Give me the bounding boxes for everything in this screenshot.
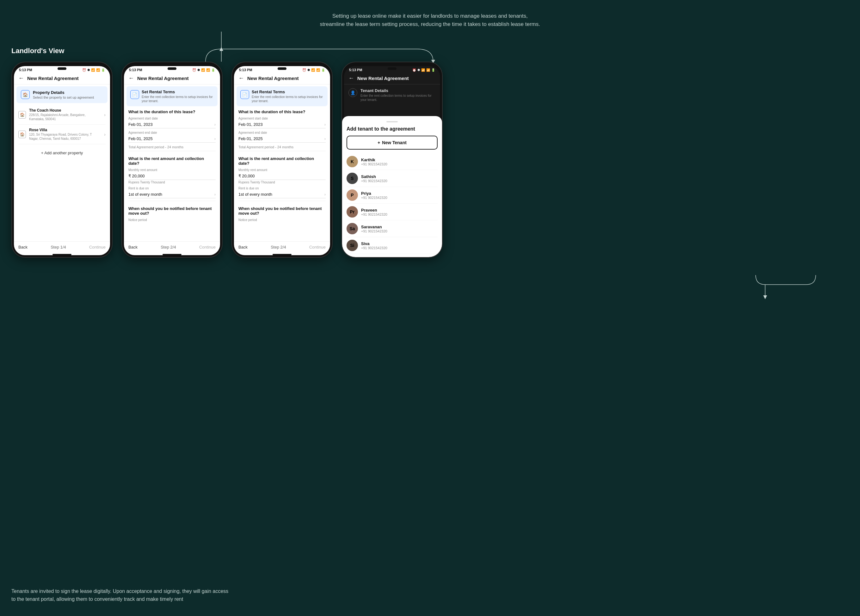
tenant-avatar: P	[347, 189, 358, 201]
sheet-title: Add tenant to the agreement	[347, 126, 438, 132]
tenant-step-icon: 👤	[348, 88, 357, 97]
new-tenant-button[interactable]: + New Tenant	[347, 136, 438, 149]
step-icon: 🏠	[21, 90, 30, 99]
due-date-field: Rent is due on 1st of every month ›	[129, 187, 216, 198]
back-icon-2[interactable]: ←	[129, 75, 134, 82]
continue-button-2[interactable]: Continue	[199, 245, 216, 250]
phone-3-screen: 5:13 PM ⏰✱📶📶🔋 ← New Rental Agreement 📄 S…	[234, 66, 330, 255]
continue-button[interactable]: Continue	[89, 245, 105, 250]
chevron-icon-2: ›	[104, 132, 105, 137]
tenant-list: K Karthik +91 9021542320 S Sathish +91 9…	[347, 153, 438, 254]
phone-4-screen: 5:13 PM ⏰✱📶📶🔋 ← New Rental Agreement 👤 T…	[344, 66, 440, 255]
phone-3: 5:13 PM ⏰✱📶📶🔋 ← New Rental Agreement 📄 S…	[231, 62, 333, 258]
back-icon-4[interactable]: ←	[348, 75, 354, 82]
active-step: 🏠 Property Details Select the property t…	[16, 86, 108, 103]
plus-icon: +	[378, 140, 380, 145]
phone-1: 5:13 PM ⏰✱📶📶🔋 ← New Rental Agreement 🏠 P…	[11, 62, 113, 258]
prop-text-2: Rose Villa 120, Sri Thyagaraya Road, Dri…	[29, 128, 101, 141]
tenant-list-item[interactable]: K Karthik +91 9021542320	[347, 153, 438, 170]
back-button-2[interactable]: Back	[129, 245, 138, 250]
phone-1-content: 🏠 Property Details Select the property t…	[14, 85, 110, 241]
tenant-info: Priya +91 9021542320	[361, 191, 387, 200]
step-text: Property Details Select the property to …	[33, 90, 94, 99]
tenant-info: Praveen +91 9021542320	[361, 208, 387, 216]
rental-step-text-3: Set Rental Terms Enter the rent collecti…	[252, 90, 324, 103]
back-icon[interactable]: ←	[18, 75, 24, 82]
chevron-due[interactable]: ›	[214, 192, 216, 197]
duration-section: What is the duration of this lease? Agre…	[124, 106, 220, 149]
property-list: 🏠 The Coach House 228/15, Rajalakshmi Ar…	[14, 103, 110, 146]
chevron-due-3[interactable]: ›	[325, 192, 326, 197]
sheet-handle	[386, 121, 398, 123]
phone-4-header: ← New Rental Agreement	[344, 72, 440, 85]
tenant-avatar: Sa	[347, 223, 358, 234]
property-item-1[interactable]: 🏠 The Coach House 228/15, Rajalakshmi Ar…	[18, 105, 105, 124]
bottom-sheet: Add tenant to the agreement + New Tenant…	[344, 116, 440, 255]
phone-1-footer: Back Step 1/4 Continue	[14, 241, 110, 253]
chevron-end-3[interactable]: ›	[325, 137, 326, 141]
phone-3-header: ← New Rental Agreement	[234, 72, 330, 85]
back-icon-3[interactable]: ←	[239, 75, 244, 82]
home-indicator-2	[163, 254, 182, 255]
status-icons-4: ⏰✱📶📶🔋	[412, 68, 435, 72]
phones-row: 5:13 PM ⏰✱📶📶🔋 ← New Rental Agreement 🏠 P…	[11, 62, 443, 258]
back-button[interactable]: Back	[18, 245, 28, 250]
tenant-step-item: 👤 Tenant Details Enter the rent collecti…	[344, 85, 440, 105]
continue-button-3[interactable]: Continue	[309, 245, 326, 250]
phone-4: 5:13 PM ⏰✱📶📶🔋 ← New Rental Agreement 👤 T…	[342, 62, 443, 258]
tenant-list-item[interactable]: S Sathish +91 9021542320	[347, 170, 438, 187]
rent-section-3: What is the rent amount and collection d…	[234, 153, 330, 198]
tenant-info: Sathish +91 9021542320	[361, 174, 387, 183]
phone-3-content: 📄 Set Rental Terms Enter the rent collec…	[234, 85, 330, 241]
rent-amount-field-3: Monthly rent amount ₹ 20,000 Rupees Twen…	[239, 168, 326, 184]
notice-period-field: Notice period	[129, 218, 216, 222]
tenant-step-text: Tenant Details Enter the rent collection…	[361, 88, 436, 102]
notch-4	[388, 68, 397, 70]
tenant-list-item[interactable]: P Priya +91 9021542320	[347, 187, 438, 204]
tenant-info: Siva +91 9021542320	[361, 241, 387, 250]
prop-icon-1: 🏠	[18, 111, 26, 119]
top-description: Setting up lease online make it easier f…	[319, 12, 541, 28]
phone-2-header: ← New Rental Agreement	[124, 72, 220, 85]
status-icons-2: ⏰✱📶📶🔋	[192, 68, 215, 72]
back-button-3[interactable]: Back	[239, 245, 248, 250]
chevron-icon-1: ›	[104, 112, 105, 117]
bottom-description: Tenants are invited to sign the lease di…	[11, 587, 233, 603]
phone-2: 5:13 PM ⏰✱📶📶🔋 ← New Rental Agreement 📄 S…	[121, 62, 223, 258]
start-date-field: Agreement start date Feb 01, 2023 ›	[129, 117, 216, 128]
tenant-list-item[interactable]: Si Siva +91 9021542320	[347, 237, 438, 254]
tenant-avatar: S	[347, 173, 358, 184]
rental-step-text: Set Rental Terms Enter the rent collecti…	[142, 90, 214, 103]
duration-section-3: What is the duration of this lease? Agre…	[234, 106, 330, 149]
add-property-button[interactable]: + Add another property	[14, 146, 110, 160]
prop-text-1: The Coach House 228/15, Rajalakshmi Arca…	[29, 108, 101, 121]
new-tenant-label: New Tenant	[382, 140, 406, 145]
tenant-info: Saravanan +91 9021542320	[361, 225, 387, 233]
prop-icon-2: 🏠	[18, 130, 26, 138]
end-date-field: Agreement end date Feb 01, 2025 ›	[129, 131, 216, 143]
chevron-start-3[interactable]: ›	[325, 123, 326, 127]
divider-2	[129, 201, 216, 201]
status-icons-3: ⏰✱📶📶🔋	[302, 68, 325, 72]
rental-step-header-3: 📄 Set Rental Terms Enter the rent collec…	[237, 86, 328, 106]
phone-2-screen: 5:13 PM ⏰✱📶📶🔋 ← New Rental Agreement 📄 S…	[124, 66, 220, 255]
tenant-list-item[interactable]: Pr Praveen +91 9021542320	[347, 204, 438, 220]
tenant-info: Karthik +91 9021542320	[361, 157, 387, 166]
chevron-start[interactable]: ›	[214, 123, 216, 127]
chevron-end[interactable]: ›	[214, 137, 216, 141]
tenant-list-item[interactable]: Sa Saravanan +91 9021542320	[347, 220, 438, 237]
tenant-avatar: K	[347, 156, 358, 167]
divider-3b	[239, 201, 326, 201]
notch-3	[278, 68, 286, 70]
phone-2-content: 📄 Set Rental Terms Enter the rent collec…	[124, 85, 220, 241]
rental-step-header: 📄 Set Rental Terms Enter the rent collec…	[127, 86, 218, 106]
home-indicator	[52, 254, 71, 255]
rent-amount-field: Monthly rent amount ₹ 20,000 Rupees Twen…	[129, 168, 216, 184]
due-date-field-3: Rent is due on 1st of every month ›	[239, 187, 326, 198]
status-icons: ⏰✱📶📶🔋	[82, 68, 105, 72]
tenant-avatar: Pr	[347, 206, 358, 218]
property-item-2[interactable]: 🏠 Rose Villa 120, Sri Thyagaraya Road, D…	[18, 124, 105, 144]
notice-period-field-3: Notice period	[239, 218, 326, 222]
tenant-avatar: Si	[347, 240, 358, 251]
rental-step-icon: 📄	[130, 90, 139, 99]
